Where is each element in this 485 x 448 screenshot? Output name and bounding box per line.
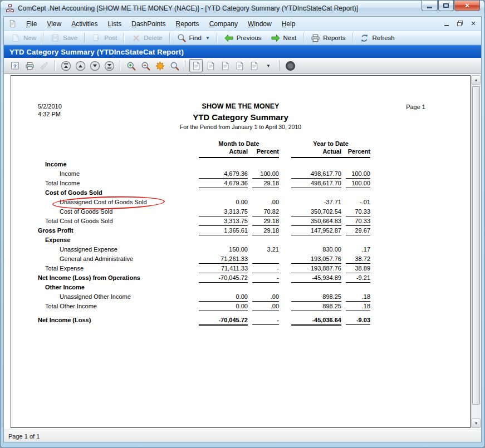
toolbar-separator	[185, 60, 185, 71]
page-layout-dropdown-icon[interactable]: ▼	[262, 59, 275, 72]
client-area: FileViewActivitiesListsDashPointsReports…	[3, 16, 482, 442]
toolbar-separator	[55, 60, 55, 71]
save-button[interactable]: Save	[46, 32, 82, 44]
next-icon	[271, 33, 281, 42]
value-cell: 29.18	[252, 227, 279, 235]
value-cell: 1,365.61	[199, 227, 248, 235]
next-page-icon[interactable]	[88, 59, 101, 72]
value-cell: .00	[252, 293, 279, 302]
post-button[interactable]: Post	[87, 32, 121, 44]
toolbar-separator	[303, 33, 303, 43]
report-row-label: Net Income (Loss)	[38, 317, 199, 326]
scroll-up-button[interactable]: ▲	[472, 75, 481, 85]
first-page-icon[interactable]	[59, 59, 72, 72]
new-button[interactable]: New	[6, 32, 41, 44]
report-row-label: Total Cost of Goods Sold	[38, 218, 199, 227]
menu-dashpoints[interactable]: DashPoints	[126, 18, 170, 29]
report-row-label: Gross Profit	[38, 227, 199, 237]
report-row-label: General and Administrative	[38, 255, 199, 265]
value-cell: 350,702.54	[291, 208, 341, 216]
menu-help[interactable]: Help	[277, 18, 301, 29]
menu-bar: FileViewActivitiesListsDashPointsReports…	[4, 17, 481, 31]
report-row: Total Expense71,411.33-193,887.7638.89	[38, 265, 370, 274]
value-cell: 898.25	[291, 303, 341, 311]
previous-button[interactable]: Previous	[219, 32, 266, 44]
value-cell: -	[252, 265, 279, 273]
toolbar-button-label: Find	[189, 35, 202, 41]
report-row: Unassigned Other Income0.00.00898.25.18	[38, 293, 370, 303]
report-caption-title: YTD Category Summary (YTDIncStateCat Rep…	[9, 48, 184, 56]
find-button[interactable]: Find▼	[172, 32, 214, 44]
window-minimize-button[interactable]	[422, 1, 438, 11]
group-header-ytd: Year to Date	[291, 140, 370, 148]
value-cell: 150.00	[199, 246, 248, 255]
menu-file[interactable]: File	[21, 18, 42, 29]
page-layout-2-icon[interactable]	[204, 59, 217, 72]
next-button[interactable]: Next	[266, 32, 301, 44]
value-cell: 71,261.33	[199, 255, 248, 264]
zoom-icon[interactable]	[168, 59, 181, 72]
last-page-icon[interactable]	[102, 59, 116, 72]
report-row: Net Income (Loss) from Operations-70,045…	[38, 274, 370, 284]
value-cell: -45,036.64	[291, 317, 341, 326]
scrollbar-thumb[interactable]	[472, 86, 480, 405]
page-layout-5-icon[interactable]	[247, 59, 261, 72]
previous-page-icon[interactable]	[74, 59, 87, 72]
mdi-restore-button[interactable]	[455, 19, 464, 28]
zoom-out-icon[interactable]	[139, 59, 152, 72]
refresh-button[interactable]: Refresh	[355, 32, 399, 44]
reports-button[interactable]: Reports	[306, 32, 350, 44]
value-cell: 70.33	[346, 208, 370, 216]
window-close-button[interactable]: ✕	[454, 1, 480, 11]
zoom-in-icon[interactable]	[124, 59, 138, 72]
toolbar-separator	[84, 33, 85, 43]
toolbar-button-label: Previous	[237, 35, 262, 41]
menu-view[interactable]: View	[42, 18, 66, 29]
report-date: 5/2/2010	[38, 102, 62, 110]
export-report-icon[interactable]: ?	[8, 59, 22, 72]
delete-button[interactable]: Delete	[126, 32, 166, 44]
menu-reports[interactable]: Reports	[171, 18, 204, 29]
page-layout-4-icon[interactable]	[233, 59, 246, 72]
print-icon[interactable]	[23, 59, 36, 72]
toolbar-button-label: New	[23, 35, 36, 41]
value-cell: 29.67	[346, 227, 370, 235]
value-cell: 100.00	[346, 170, 370, 179]
value-cell: 3.21	[252, 246, 279, 255]
value-cell: 4,679.36	[199, 170, 248, 179]
vertical-scrollbar[interactable]: ▲ ▼	[471, 75, 481, 428]
close-icon: ✕	[464, 2, 469, 9]
value-cell: .18	[346, 293, 370, 302]
value-cell: 3,313.75	[199, 208, 248, 216]
report-row-label: Unassigned Other Income	[38, 293, 199, 303]
value-cell: 0.00	[199, 303, 248, 311]
window-title: ComCept .Net Accounting [SHOW ME THE MON…	[18, 4, 358, 12]
menu-window[interactable]: Window	[243, 18, 277, 29]
column-header-percent: Percent	[346, 148, 370, 156]
page-layout-3-icon[interactable]	[218, 59, 232, 72]
menu-activities[interactable]: Activities	[66, 18, 102, 29]
page-layout-single-icon[interactable]	[189, 59, 203, 72]
report-caption-bar: YTD Category Summary (YTDIncStateCat Rep…	[4, 45, 481, 58]
mdi-minimize-button[interactable]	[442, 19, 451, 28]
toolbar-button-label: Reports	[323, 35, 345, 41]
page-setup-icon[interactable]	[37, 59, 51, 72]
report-row: Cost of Goods Sold	[38, 189, 370, 199]
stop-icon[interactable]	[283, 59, 297, 72]
minimize-icon	[427, 7, 432, 8]
value-cell: 498,617.70	[291, 180, 341, 188]
report-row-label: Total Expense	[38, 265, 199, 274]
main-toolbar: NewSavePostDeleteFind▼PreviousNextReport…	[4, 31, 481, 45]
value-cell: -37.71	[291, 199, 341, 208]
mdi-close-button[interactable]: ✕	[469, 19, 478, 28]
menu-company[interactable]: Company	[204, 18, 243, 29]
zoom-wizard-icon[interactable]	[153, 59, 166, 72]
scroll-down-button[interactable]: ▼	[472, 419, 481, 428]
column-header-actual: Actual	[291, 148, 341, 156]
menu-lists[interactable]: Lists	[103, 18, 127, 29]
toolbar-button-label: Delete	[144, 35, 162, 41]
toolbar-button-label: Post	[104, 35, 117, 41]
value-cell: 830.00	[291, 246, 341, 255]
window-maximize-button[interactable]	[438, 1, 454, 11]
report-row-label: Income	[38, 170, 199, 180]
